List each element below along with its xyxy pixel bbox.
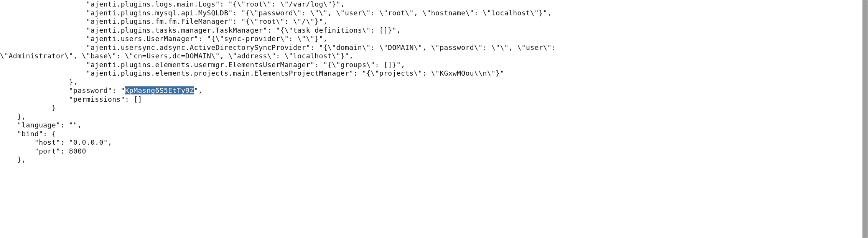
code-line: "ajenti.usersync.adsync.ActiveDirectoryS… (0, 43, 560, 51)
code-line: "host": "0.0.0.0", (0, 138, 112, 146)
code-line: } (0, 104, 56, 112)
code-viewport: { "code": { "lines": [ " \"ajenti.plugin… (0, 0, 868, 238)
config-json-text[interactable]: "ajenti.plugins.logs.main.Logs": "{\"roo… (0, 0, 868, 164)
code-line: "language": "", (0, 121, 82, 129)
code-line: "ajenti.plugins.elements.usermgr.Element… (0, 61, 405, 69)
selected-password-text[interactable]: KpMasng6S5EtTy9Z (125, 86, 194, 94)
vertical-scrollbar-thumb[interactable] (863, 0, 868, 238)
code-line: "ajenti.plugins.fm.fm.FileManager": "{\"… (0, 17, 328, 25)
code-line: "bind": { (0, 130, 56, 138)
code-line-password: "password": "KpMasng6S5EtTy9Z", (0, 86, 203, 94)
code-line: }, (0, 155, 26, 164)
code-line: "ajenti.plugins.tasks.manager.TaskManage… (0, 26, 401, 34)
code-line: \"Administrator\", \"base\": \"cn=Users,… (0, 52, 353, 60)
code-line: "ajenti.plugins.elements.projects.main.E… (0, 69, 504, 77)
code-line: "port": 8000 (0, 147, 86, 155)
code-line: }, (0, 112, 26, 121)
vertical-scrollbar-track[interactable] (862, 0, 868, 238)
code-line: }, (0, 78, 77, 86)
code-line: "ajenti.plugins.mysql.api.MySQLDB": "{\"… (0, 9, 552, 17)
code-line: "ajenti.users.UserManager": "{\"sync-pro… (0, 35, 328, 43)
code-line: "ajenti.plugins.logs.main.Logs": "{\"roo… (0, 0, 345, 8)
code-line: "permissions": [] (0, 95, 142, 103)
